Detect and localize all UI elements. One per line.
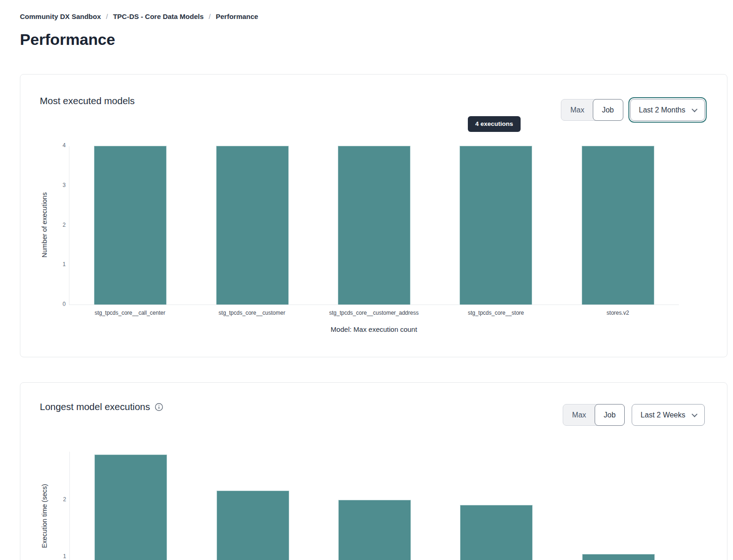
x-axis-label: Model: Max execution count (69, 325, 679, 333)
y-axis-label: Execution time (secs) (41, 447, 48, 560)
bar-slot (314, 452, 435, 560)
x-axis-category-labels: stg_tpcds_core__call_centerstg_tpcds_cor… (69, 310, 679, 316)
bar[interactable] (94, 146, 167, 305)
date-range-select-wrap: Last 2 Months (630, 99, 705, 121)
x-category-label: stg_tpcds_core__call_center (69, 310, 191, 316)
bar[interactable] (217, 491, 289, 560)
date-range-value: Last 2 Months (639, 106, 686, 114)
date-range-select[interactable]: Last 2 Months (630, 99, 705, 121)
max-job-toggle: Max Job (561, 99, 623, 121)
bars-area (70, 452, 679, 560)
page-title: Performance (20, 31, 115, 49)
y-tick-label: 3 (50, 182, 66, 188)
bar[interactable] (216, 146, 289, 305)
x-category-label: stg_tpcds_core__customer_address (313, 310, 435, 316)
toggle-option-max[interactable]: Max (561, 100, 593, 120)
bar-chart-longest-executions: 12 (69, 452, 679, 560)
card-title-text: Longest model executions (40, 401, 150, 412)
bar[interactable] (460, 505, 533, 560)
longest-model-executions-card: Longest model executions Max Job Last 2 … (20, 382, 727, 560)
y-tick-label: 4 (50, 142, 66, 149)
date-range-value: Last 2 Weeks (640, 411, 685, 419)
x-category-label: stg_tpcds_core__store (435, 310, 557, 316)
performance-page: Community DX Sandbox / TPC-DS - Core Dat… (0, 0, 733, 560)
breadcrumb-item-project[interactable]: Community DX Sandbox (20, 12, 101, 20)
y-tick-label: 1 (50, 261, 66, 268)
bar[interactable] (460, 146, 532, 305)
y-tick-label: 1 (50, 553, 66, 560)
bar[interactable] (338, 500, 411, 560)
bar-slot (435, 452, 557, 560)
date-range-select[interactable]: Last 2 Weeks (632, 404, 705, 426)
bar-slot (192, 452, 313, 560)
x-category-label: stg_tpcds_core__customer (191, 310, 313, 316)
bar[interactable] (582, 554, 655, 560)
chevron-down-icon (692, 411, 698, 417)
bar-slot (69, 146, 191, 305)
max-job-toggle: Max Job (563, 404, 625, 426)
chart-tooltip: 4 executions (468, 116, 521, 132)
breadcrumb-separator: / (106, 12, 108, 20)
info-icon[interactable] (155, 403, 163, 411)
breadcrumb-item-environment[interactable]: TPC-DS - Core Data Models (113, 12, 204, 20)
bar[interactable] (94, 454, 167, 560)
bar-slot (557, 146, 679, 305)
breadcrumb-item-current: Performance (216, 12, 258, 20)
bar[interactable] (338, 146, 410, 305)
x-category-label: stores.v2 (557, 310, 679, 316)
chart-controls: Max Job Last 2 Months (561, 99, 705, 121)
y-tick-label: 2 (50, 496, 66, 503)
bar-slot (191, 146, 313, 305)
bar-slot (435, 146, 557, 305)
toggle-option-job[interactable]: Job (593, 99, 623, 121)
bar-slot (313, 146, 435, 305)
bar-chart-most-executed: 01234 (69, 146, 679, 305)
chart-controls: Max Job Last 2 Weeks (563, 404, 705, 426)
card-title: Longest model executions (40, 401, 163, 412)
bar[interactable] (582, 146, 654, 305)
bars-area (69, 146, 679, 305)
date-range-select-wrap: Last 2 Weeks (632, 404, 705, 426)
card-title-text: Most executed models (40, 95, 135, 106)
toggle-option-job[interactable]: Job (595, 404, 625, 426)
breadcrumb-separator: / (209, 12, 211, 20)
card-title: Most executed models (40, 95, 135, 106)
y-axis-label: Number of executions (41, 156, 48, 294)
bar-slot (70, 452, 192, 560)
y-tick-label: 0 (50, 301, 66, 307)
chevron-down-icon (692, 106, 698, 112)
y-tick-label: 2 (50, 222, 66, 228)
breadcrumb: Community DX Sandbox / TPC-DS - Core Dat… (20, 12, 258, 20)
most-executed-models-card: Most executed models Max Job Last 2 Mont… (20, 74, 727, 357)
bar-slot (558, 452, 679, 560)
toggle-option-max[interactable]: Max (563, 404, 595, 425)
